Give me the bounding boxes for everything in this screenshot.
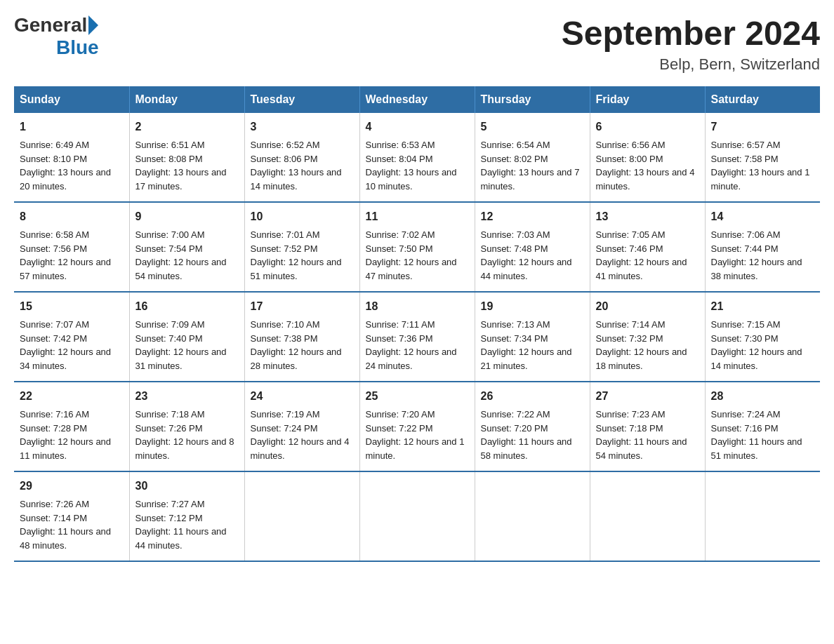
- calendar-cell: [359, 471, 475, 561]
- day-number: 21: [711, 298, 815, 315]
- day-info: Sunrise: 7:24 AMSunset: 7:16 PMDaylight:…: [711, 409, 802, 461]
- day-info: Sunrise: 6:51 AMSunset: 8:08 PMDaylight:…: [135, 140, 227, 192]
- calendar-cell: [705, 471, 820, 561]
- day-info: Sunrise: 7:26 AMSunset: 7:14 PMDaylight:…: [20, 499, 111, 551]
- day-info: Sunrise: 7:10 AMSunset: 7:38 PMDaylight:…: [251, 319, 342, 371]
- calendar-cell: 8 Sunrise: 6:58 AMSunset: 7:56 PMDayligh…: [14, 202, 129, 292]
- day-number: 8: [20, 208, 124, 225]
- day-info: Sunrise: 7:09 AMSunset: 7:40 PMDaylight:…: [135, 319, 227, 371]
- calendar-week-row: 15 Sunrise: 7:07 AMSunset: 7:42 PMDaylig…: [14, 292, 820, 382]
- day-number: 11: [366, 208, 469, 225]
- day-number: 16: [135, 298, 239, 315]
- day-info: Sunrise: 7:05 AMSunset: 7:46 PMDaylight:…: [596, 229, 687, 281]
- calendar-week-row: 22 Sunrise: 7:16 AMSunset: 7:28 PMDaylig…: [14, 382, 820, 471]
- col-saturday: Saturday: [705, 86, 820, 113]
- col-wednesday: Wednesday: [359, 86, 475, 113]
- day-number: 18: [366, 298, 469, 315]
- calendar-cell: 18 Sunrise: 7:11 AMSunset: 7:36 PMDaylig…: [359, 292, 475, 382]
- calendar-cell: 17 Sunrise: 7:10 AMSunset: 7:38 PMDaylig…: [244, 292, 359, 382]
- day-number: 12: [481, 208, 584, 225]
- day-number: 24: [251, 388, 354, 405]
- day-info: Sunrise: 7:01 AMSunset: 7:52 PMDaylight:…: [251, 229, 342, 281]
- day-number: 20: [596, 298, 699, 315]
- calendar-cell: 14 Sunrise: 7:06 AMSunset: 7:44 PMDaylig…: [705, 202, 820, 292]
- day-number: 30: [135, 478, 239, 495]
- calendar-cell: 3 Sunrise: 6:52 AMSunset: 8:06 PMDayligh…: [244, 113, 359, 202]
- day-info: Sunrise: 6:57 AMSunset: 7:58 PMDaylight:…: [711, 140, 810, 192]
- day-info: Sunrise: 6:56 AMSunset: 8:00 PMDaylight:…: [596, 140, 695, 192]
- col-monday: Monday: [129, 86, 244, 113]
- day-number: 9: [135, 208, 239, 225]
- day-info: Sunrise: 7:11 AMSunset: 7:36 PMDaylight:…: [366, 319, 457, 371]
- day-number: 1: [20, 119, 124, 135]
- day-number: 4: [366, 119, 469, 135]
- calendar-cell: 2 Sunrise: 6:51 AMSunset: 8:08 PMDayligh…: [129, 113, 244, 202]
- calendar-week-row: 8 Sunrise: 6:58 AMSunset: 7:56 PMDayligh…: [14, 202, 820, 292]
- calendar-cell: [244, 471, 359, 561]
- day-info: Sunrise: 7:14 AMSunset: 7:32 PMDaylight:…: [596, 319, 687, 371]
- day-info: Sunrise: 7:07 AMSunset: 7:42 PMDaylight:…: [20, 319, 111, 371]
- day-number: 23: [135, 388, 239, 405]
- calendar-cell: 12 Sunrise: 7:03 AMSunset: 7:48 PMDaylig…: [475, 202, 590, 292]
- calendar-cell: 24 Sunrise: 7:19 AMSunset: 7:24 PMDaylig…: [244, 382, 359, 471]
- day-number: 26: [481, 388, 584, 405]
- title-block: September 2024 Belp, Bern, Switzerland: [562, 14, 820, 74]
- calendar-cell: 5 Sunrise: 6:54 AMSunset: 8:02 PMDayligh…: [475, 113, 590, 202]
- calendar-cell: [475, 471, 590, 561]
- calendar-cell: 10 Sunrise: 7:01 AMSunset: 7:52 PMDaylig…: [244, 202, 359, 292]
- day-number: 19: [481, 298, 584, 315]
- day-info: Sunrise: 7:23 AMSunset: 7:18 PMDaylight:…: [596, 409, 687, 461]
- day-info: Sunrise: 7:18 AMSunset: 7:26 PMDaylight:…: [135, 409, 234, 461]
- calendar-week-row: 1 Sunrise: 6:49 AMSunset: 8:10 PMDayligh…: [14, 113, 820, 202]
- day-number: 14: [711, 208, 815, 225]
- day-info: Sunrise: 7:27 AMSunset: 7:12 PMDaylight:…: [135, 499, 227, 551]
- calendar-cell: 1 Sunrise: 6:49 AMSunset: 8:10 PMDayligh…: [14, 113, 129, 202]
- day-number: 6: [596, 119, 699, 135]
- calendar-cell: 9 Sunrise: 7:00 AMSunset: 7:54 PMDayligh…: [129, 202, 244, 292]
- day-info: Sunrise: 6:52 AMSunset: 8:06 PMDaylight:…: [251, 140, 342, 192]
- logo-arrow-icon: [88, 15, 98, 35]
- day-info: Sunrise: 7:03 AMSunset: 7:48 PMDaylight:…: [481, 229, 572, 281]
- day-info: Sunrise: 7:00 AMSunset: 7:54 PMDaylight:…: [135, 229, 227, 281]
- col-friday: Friday: [590, 86, 705, 113]
- logo-blue: Blue: [56, 36, 99, 59]
- col-thursday: Thursday: [475, 86, 590, 113]
- day-number: 17: [251, 298, 354, 315]
- calendar-cell: 26 Sunrise: 7:22 AMSunset: 7:20 PMDaylig…: [475, 382, 590, 471]
- calendar-cell: 28 Sunrise: 7:24 AMSunset: 7:16 PMDaylig…: [705, 382, 820, 471]
- calendar-cell: 30 Sunrise: 7:27 AMSunset: 7:12 PMDaylig…: [129, 471, 244, 561]
- day-number: 13: [596, 208, 699, 225]
- day-number: 22: [20, 388, 124, 405]
- day-info: Sunrise: 7:22 AMSunset: 7:20 PMDaylight:…: [481, 409, 572, 461]
- calendar-week-row: 29 Sunrise: 7:26 AMSunset: 7:14 PMDaylig…: [14, 471, 820, 561]
- day-number: 27: [596, 388, 699, 405]
- calendar-cell: 29 Sunrise: 7:26 AMSunset: 7:14 PMDaylig…: [14, 471, 129, 561]
- calendar-cell: 4 Sunrise: 6:53 AMSunset: 8:04 PMDayligh…: [359, 113, 475, 202]
- day-info: Sunrise: 7:15 AMSunset: 7:30 PMDaylight:…: [711, 319, 802, 371]
- day-info: Sunrise: 7:19 AMSunset: 7:24 PMDaylight:…: [251, 409, 350, 461]
- calendar-cell: 15 Sunrise: 7:07 AMSunset: 7:42 PMDaylig…: [14, 292, 129, 382]
- page-header: General Blue September 2024 Belp, Bern, …: [14, 14, 820, 74]
- calendar-cell: 19 Sunrise: 7:13 AMSunset: 7:34 PMDaylig…: [475, 292, 590, 382]
- logo-general: General: [14, 14, 87, 36]
- col-sunday: Sunday: [14, 86, 129, 113]
- calendar-cell: 22 Sunrise: 7:16 AMSunset: 7:28 PMDaylig…: [14, 382, 129, 471]
- calendar-cell: 13 Sunrise: 7:05 AMSunset: 7:46 PMDaylig…: [590, 202, 705, 292]
- day-info: Sunrise: 7:06 AMSunset: 7:44 PMDaylight:…: [711, 229, 802, 281]
- day-info: Sunrise: 7:02 AMSunset: 7:50 PMDaylight:…: [366, 229, 457, 281]
- day-info: Sunrise: 7:13 AMSunset: 7:34 PMDaylight:…: [481, 319, 572, 371]
- calendar-cell: 20 Sunrise: 7:14 AMSunset: 7:32 PMDaylig…: [590, 292, 705, 382]
- calendar-table: Sunday Monday Tuesday Wednesday Thursday…: [14, 86, 820, 562]
- day-number: 25: [366, 388, 469, 405]
- day-number: 3: [251, 119, 354, 135]
- day-number: 10: [251, 208, 354, 225]
- calendar-cell: [590, 471, 705, 561]
- calendar-cell: 6 Sunrise: 6:56 AMSunset: 8:00 PMDayligh…: [590, 113, 705, 202]
- day-info: Sunrise: 6:54 AMSunset: 8:02 PMDaylight:…: [481, 140, 580, 192]
- calendar-header-row: Sunday Monday Tuesday Wednesday Thursday…: [14, 86, 820, 113]
- calendar-cell: 7 Sunrise: 6:57 AMSunset: 7:58 PMDayligh…: [705, 113, 820, 202]
- calendar-cell: 25 Sunrise: 7:20 AMSunset: 7:22 PMDaylig…: [359, 382, 475, 471]
- day-number: 2: [135, 119, 239, 135]
- calendar-cell: 21 Sunrise: 7:15 AMSunset: 7:30 PMDaylig…: [705, 292, 820, 382]
- calendar-cell: 11 Sunrise: 7:02 AMSunset: 7:50 PMDaylig…: [359, 202, 475, 292]
